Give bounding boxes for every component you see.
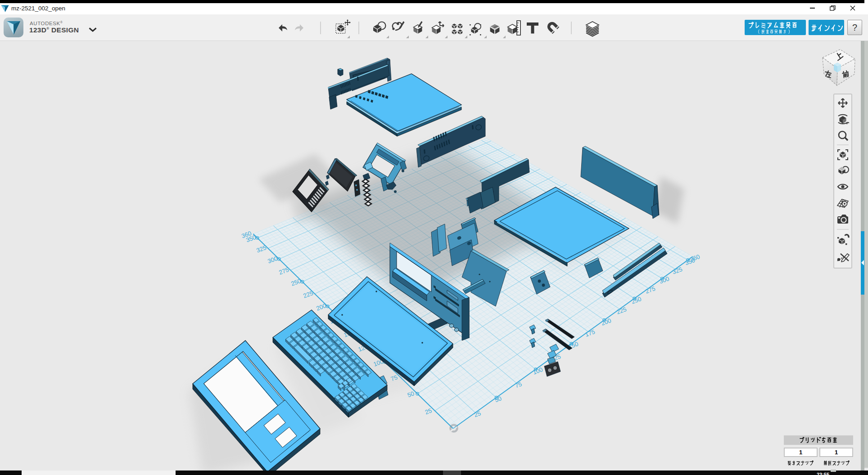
svg-text:225: 225 [302, 290, 314, 300]
svg-text:200: 200 [315, 302, 327, 312]
svg-text:250: 250 [290, 278, 302, 287]
svg-text:25: 25 [424, 407, 433, 416]
svg-text:50: 50 [407, 390, 415, 399]
svg-text:275: 275 [278, 266, 289, 276]
svg-text:360: 360 [689, 253, 701, 263]
svg-text:325: 325 [255, 244, 267, 254]
svg-text:300: 300 [267, 255, 278, 265]
